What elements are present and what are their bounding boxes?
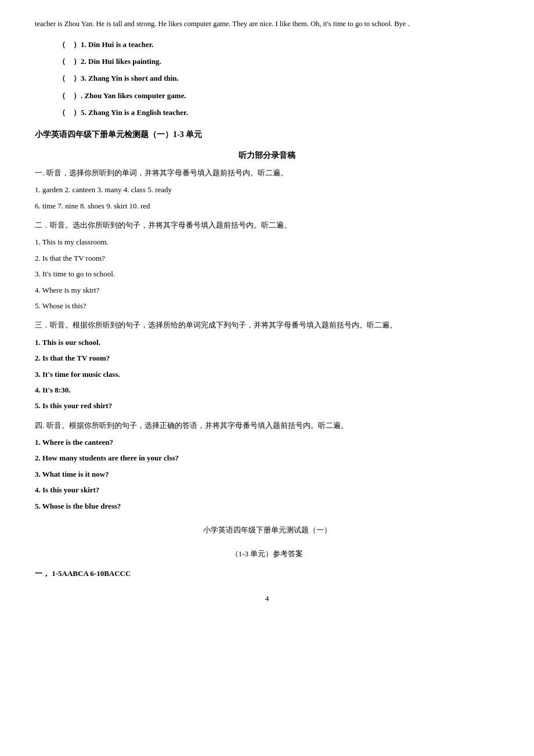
section-one-words-row2: 6. time 7. nine 8. shoes 9. skirt 10. re… (35, 199, 499, 213)
section-three-s4: 4. It's 8:30. (35, 383, 499, 397)
exam-title: 小学英语四年级下册单元检测题（一）1-3 单元 (35, 127, 499, 142)
section-three-instruction: 三．听音。根据你所听到的句子，选择所给的单词完成下列句子，并将其字母番号填入题前… (35, 318, 499, 332)
section-one-instruction: 一. 听音，选择你所听到的单词，并将其字母番号填入题前括号内。听二遍。 (35, 166, 499, 179)
tf-question-2: （ ）2. Din Hui likes painting. (35, 55, 499, 68)
tf-question-5: （ ）5. Zhang Yin is a English teacher. (35, 106, 499, 119)
intro-text: teacher is Zhou Yan. He is tall and stro… (35, 17, 499, 31)
section-four-s1: 1. Where is the canteen? (35, 435, 499, 449)
section-three-s3: 3. It's time for music class. (35, 368, 499, 381)
section-three-s5: 5. Is this your red shirt? (35, 399, 499, 412)
answer-title: 小学英语四年级下册单元测试题（一） (35, 523, 499, 537)
section-three-s2: 2. Is that the TV room? (35, 351, 499, 365)
section-three-s1: 1. This is our school. (35, 336, 499, 349)
section-four-instruction: 四. 听音。根据你所听到的句子，选择正确的答语，并将其字母番号填入题前括号内。听… (35, 419, 499, 432)
section-four-s4: 4. Is this your skirt? (35, 483, 499, 496)
section-four-s5: 5. Whose is the blue dress? (35, 499, 499, 513)
section-one-words-row1: 1. garden 2. canteen 3. many 4. class 5.… (35, 183, 499, 196)
tf-question-3: （ ）3. Zhang Yin is short and thin. (35, 71, 499, 85)
tf-question-1: （ ）1. Din Hui is a teacher. (35, 38, 499, 51)
answer-one: 一， 1-5AABCA 6-10BACCC (35, 567, 499, 580)
section-two-s2: 2. Is that the TV room? (35, 251, 499, 265)
section-two-s1: 1. This is my classroom. (35, 235, 499, 249)
answer-subtitle: （1-3 单元）参考答案 (35, 547, 499, 560)
section-four-s2: 2. How many students are there in your c… (35, 451, 499, 465)
section-two-instruction: 二．听音。选出你所听到的句子，并将其字母番号填入题前括号内。听二遍。 (35, 218, 499, 232)
section-four-s3: 3. What time is it now? (35, 467, 499, 481)
section-two-s4: 4. Where is my skirt? (35, 283, 499, 297)
section-two-s5: 5. Whose is this? (35, 299, 499, 312)
section-two-s3: 3. It's time to go to school. (35, 267, 499, 280)
tf-question-4: （ ）. Zhou Yan likes computer game. (35, 89, 499, 102)
page-number: 4 (35, 592, 499, 605)
audio-script-title: 听力部分录音稿 (35, 148, 499, 163)
